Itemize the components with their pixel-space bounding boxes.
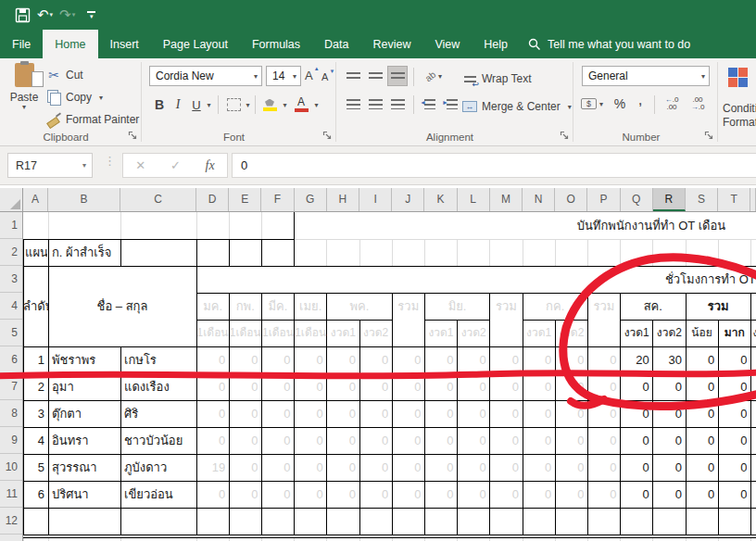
ribbon-tab-data[interactable]: Data xyxy=(312,30,360,58)
cell-value[interactable]: 0 xyxy=(296,373,323,400)
ot-year-header[interactable]: ชั่วโมงการทำ OT ปี xyxy=(665,266,756,293)
font-color-dropdown-arrow[interactable]: ▾ xyxy=(310,94,320,116)
comma-style-button[interactable]: , xyxy=(630,90,650,110)
italic-button[interactable]: I xyxy=(170,94,186,116)
row-header-3[interactable]: 3 xyxy=(0,266,22,293)
font-name-combo[interactable]: Cordia New▾ xyxy=(149,66,262,86)
cell-value[interactable]: 0 xyxy=(393,373,421,400)
undo-button[interactable]: ↶▾ xyxy=(37,4,53,26)
cell-value[interactable]: 0 xyxy=(556,481,584,508)
cell-value[interactable]: 0 xyxy=(296,400,323,427)
cell-value[interactable]: 0 xyxy=(719,481,747,508)
month-header[interactable]: รวม xyxy=(686,293,750,320)
cell-value[interactable]: 0 xyxy=(556,400,584,427)
cell-value[interactable]: 0 xyxy=(393,346,421,373)
cell-value[interactable]: 0 xyxy=(654,481,682,508)
align-center-button[interactable] xyxy=(365,94,385,114)
decrease-decimal-button[interactable]: .00→.0 xyxy=(686,94,710,114)
cancel-button[interactable]: ✕ xyxy=(135,158,145,172)
cell-value[interactable]: 0 xyxy=(459,346,486,373)
cell-first-name[interactable]: อุมา xyxy=(52,373,119,400)
name-column-header[interactable]: ชื่อ – สกุล xyxy=(48,293,196,320)
cell-value[interactable]: 0 xyxy=(262,400,290,427)
ribbon-tab-home[interactable]: Home xyxy=(43,30,97,58)
period-subheader[interactable]: งวด1 xyxy=(327,320,359,346)
column-header-R[interactable]: R xyxy=(653,188,686,211)
row-header-10[interactable]: 10 xyxy=(0,454,22,481)
cell-value[interactable]: 0 xyxy=(360,454,388,481)
period-subheader[interactable]: น้อย xyxy=(686,320,718,346)
month-header[interactable]: มค. xyxy=(196,293,229,320)
cell-value[interactable]: 0 xyxy=(622,373,649,400)
cell-value[interactable]: 0 xyxy=(296,346,323,373)
period-subheader[interactable]: งวด1 xyxy=(424,320,457,346)
period-subheader[interactable]: งวด2 xyxy=(359,320,392,346)
cell-value[interactable]: 0 xyxy=(719,346,747,373)
cell-value[interactable]: 0 xyxy=(523,481,551,508)
row-header-7[interactable]: 7 xyxy=(0,373,22,400)
cell-value[interactable]: 0 xyxy=(654,427,682,454)
cell-value[interactable]: 0 xyxy=(425,454,453,481)
cell-value[interactable]: 0 xyxy=(687,427,714,454)
cell-value[interactable]: 0 xyxy=(491,481,519,508)
period-subheader[interactable]: งวด1 xyxy=(621,320,653,346)
cell-last-name[interactable]: ภูบังดาว xyxy=(124,454,195,481)
insert-function-button[interactable]: fx xyxy=(206,158,215,173)
column-header-I[interactable]: I xyxy=(359,188,392,211)
copy-dropdown-arrow[interactable]: ▾ xyxy=(99,94,103,102)
cell-value[interactable]: 0 xyxy=(588,373,616,400)
cell-value[interactable]: 0 xyxy=(197,346,225,373)
cell-value[interactable]: 0 xyxy=(523,346,551,373)
cell-value[interactable]: 0 xyxy=(588,346,616,373)
cell-value[interactable]: 0 xyxy=(360,400,388,427)
cell-value[interactable]: 0 xyxy=(687,400,714,427)
period-subheader-partial[interactable]: ง xyxy=(752,320,756,346)
ribbon-tab-help[interactable]: Help xyxy=(472,30,520,58)
cell-value[interactable]: 0 xyxy=(719,373,747,400)
ribbon-tab-formulas[interactable]: Formulas xyxy=(240,30,312,58)
column-header-S[interactable]: S xyxy=(686,188,718,211)
cell-value[interactable]: 0 xyxy=(393,400,421,427)
borders-button[interactable] xyxy=(225,94,242,116)
alignment-dialog-launcher[interactable] xyxy=(560,131,569,140)
column-header-C[interactable]: C xyxy=(120,188,196,211)
fill-color-button[interactable] xyxy=(260,94,279,116)
cell-row-no[interactable]: 6 xyxy=(23,481,44,508)
cell-value[interactable]: 0 xyxy=(425,346,453,373)
bold-button[interactable]: B xyxy=(151,94,168,116)
borders-dropdown-arrow[interactable]: ▾ xyxy=(242,94,251,116)
cell-value[interactable]: 0 xyxy=(459,427,486,454)
period-subheader[interactable]: มาก xyxy=(718,320,750,346)
column-header-H[interactable]: H xyxy=(327,188,359,211)
decrease-font-size-button[interactable]: A▼ xyxy=(321,66,328,88)
paste-dropdown-arrow[interactable]: ▾ xyxy=(6,104,43,111)
row-header-1[interactable]: 1 xyxy=(0,212,22,239)
month-header[interactable]: กพ. xyxy=(229,293,261,320)
cell-value[interactable]: 0 xyxy=(230,454,258,481)
month-header[interactable]: รวม xyxy=(392,293,424,320)
cell-value[interactable]: 0 xyxy=(262,373,290,400)
cell-value[interactable]: 0 xyxy=(523,400,551,427)
cell-first-name[interactable]: ตุ๊กตา xyxy=(52,400,119,427)
cell-value[interactable]: 0 xyxy=(491,400,519,427)
cell-last-name[interactable]: แดงเรือง xyxy=(124,373,195,400)
month-header[interactable]: กค. xyxy=(523,293,587,320)
middle-align-button[interactable] xyxy=(365,66,385,86)
cell-value[interactable]: 0 xyxy=(491,346,519,373)
align-right-button[interactable] xyxy=(387,94,408,114)
font-size-combo[interactable]: 14▾ xyxy=(266,66,301,86)
cell-value[interactable]: 0 xyxy=(425,373,453,400)
column-header-A[interactable]: A xyxy=(23,188,48,211)
period-subheader[interactable]: 1เดือน xyxy=(295,320,327,346)
merge-center-dropdown-arrow[interactable]: ▾ xyxy=(568,103,572,111)
cell-first-name[interactable]: ปริศนา xyxy=(52,481,119,508)
select-all-button[interactable] xyxy=(0,188,23,212)
month-header[interactable]: พค. xyxy=(327,293,392,320)
accounting-format-button[interactable]: $▾ xyxy=(580,94,604,114)
cell-row-no[interactable]: 1 xyxy=(23,346,44,373)
increase-indent-button[interactable]: ► xyxy=(442,94,462,114)
column-header-M[interactable]: M xyxy=(490,188,523,211)
column-header-E[interactable]: E xyxy=(229,188,261,211)
cell-value[interactable]: 0 xyxy=(296,427,323,454)
enter-button[interactable]: ✓ xyxy=(170,158,181,172)
